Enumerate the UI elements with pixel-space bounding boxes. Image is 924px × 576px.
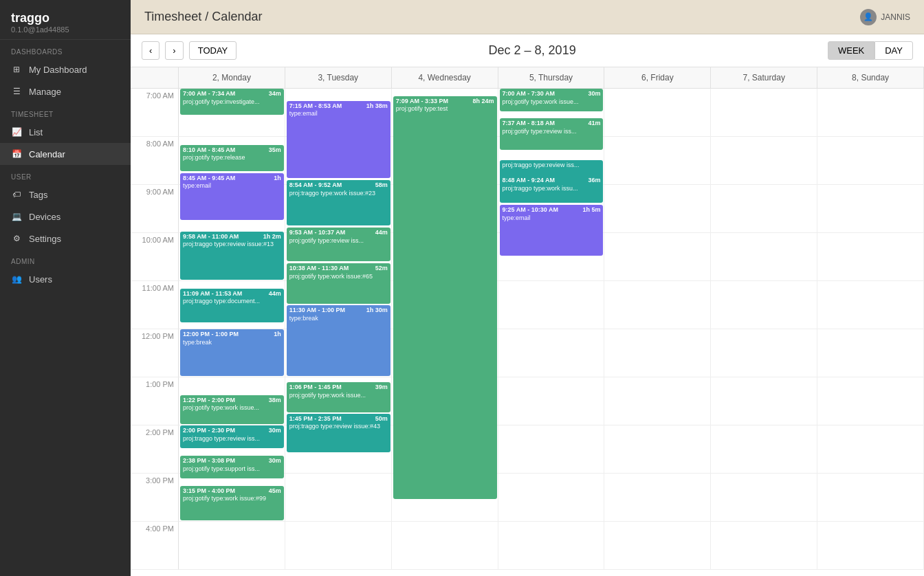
event-block[interactable]: 2:38 PM - 3:08 PM30m proj:gotify type:su… [180, 456, 284, 478]
sidebar-item-manage[interactable]: ☰ Manage [0, 80, 131, 102]
event-block[interactable]: 11:30 AM - 1:00 PM1h 30m type:break [287, 305, 390, 376]
time-label-6: 1:00 PM [131, 377, 179, 425]
day-cell-row7-col3 [498, 425, 605, 474]
event-block[interactable]: 7:00 AM - 7:34 AM34m proj:gotify type:in… [180, 89, 284, 115]
event-block[interactable]: 7:09 AM - 3:33 PM8h 24m proj:gotify type… [393, 96, 497, 499]
calendar-icon: 📅 [11, 148, 22, 159]
event-block[interactable]: 9:58 AM - 11:00 AM1h 2m proj:traggo type… [180, 232, 284, 280]
devices-icon: 💻 [11, 211, 22, 222]
week-view-button[interactable]: WEEK [828, 41, 874, 60]
day-header-5: 7, Saturday [711, 67, 817, 89]
prev-button[interactable]: ‹ [142, 41, 160, 60]
sidebar-item-calendar[interactable]: 📅 Calendar [0, 143, 131, 165]
username: JANNIS [881, 12, 910, 22]
day-cell-row8-col4 [604, 474, 711, 522]
day-cell-row9-col1 [285, 522, 392, 570]
event-block[interactable]: 1:06 PM - 1:45 PM39m proj:gotify type:wo… [287, 382, 390, 412]
dashboard-icon: ⊞ [11, 64, 22, 75]
time-label-2: 9:00 AM [131, 185, 179, 233]
day-cell-row7-col6 [817, 425, 924, 474]
day-cell-row4-col5 [711, 281, 817, 329]
event-block[interactable]: 10:38 AM - 11:30 AM52m proj:gotify type:… [287, 263, 390, 304]
event-block[interactable]: 3:15 PM - 4:00 PM45m proj:gotify type:wo… [180, 486, 284, 521]
time-header [131, 67, 179, 89]
time-label-1: 8:00 AM [131, 137, 179, 185]
calendar-grid-wrapper: 2, Monday3, Tuesday4, Wednesday5, Thursd… [131, 67, 924, 576]
day-cell-row5-col5 [711, 329, 817, 377]
day-cell-row4-col4 [604, 281, 711, 329]
main-content: Timesheet / Calendar 👤 JANNIS ‹ › TODAY … [131, 0, 924, 576]
sidebar-item-label: List [29, 127, 43, 137]
day-cell-row6-col3 [498, 377, 605, 425]
admin-section-label: Admin [0, 250, 131, 268]
day-header-0: 2, Monday [179, 67, 285, 89]
user-section-label: User [0, 165, 131, 184]
day-cell-row1-col5 [711, 137, 817, 185]
event-block[interactable]: 8:48 AM - 9:24 AM36m proj:traggo type:wo… [500, 175, 604, 203]
day-cell-row3-col5 [711, 233, 817, 281]
sidebar-item-label: Manage [29, 87, 61, 97]
today-button[interactable]: TODAY [189, 41, 237, 60]
day-cell-row0-col6 [817, 89, 924, 137]
event-block[interactable]: 9:53 AM - 10:37 AM44m proj:gotify type:r… [287, 228, 390, 261]
event-block[interactable]: 7:00 AM - 7:30 AM30m proj:gotify type:wo… [500, 89, 604, 111]
event-block[interactable]: 9:25 AM - 10:30 AM1h 5m type:email [500, 205, 604, 256]
day-cell-row9-col4 [604, 522, 711, 570]
event-block[interactable]: 7:15 AM - 8:53 AM1h 38m type:email [287, 101, 390, 178]
app-name: traggo [11, 11, 120, 25]
sidebar-item-settings[interactable]: ⚙ Settings [0, 228, 131, 250]
event-block[interactable]: 11:09 AM - 11:53 AM44m proj:traggo type:… [180, 289, 284, 322]
time-label-8: 3:00 PM [131, 474, 179, 522]
calendar-toolbar: ‹ › TODAY Dec 2 – 8, 2019 WEEK DAY [131, 34, 924, 67]
sidebar-item-my-dashboard[interactable]: ⊞ My Dashboard [0, 58, 131, 80]
app-version: 0.1.0@1ad44885 [11, 25, 120, 34]
sidebar-item-tags[interactable]: 🏷 Tags [0, 184, 131, 206]
next-button[interactable]: › [165, 41, 183, 60]
sidebar-item-label: Tags [29, 190, 47, 200]
event-block[interactable]: 1:22 PM - 2:00 PM38m proj:gotify type:wo… [180, 395, 284, 424]
day-cell-row9-col5 [711, 522, 817, 570]
day-cell-row2-col4 [604, 185, 711, 233]
topbar: Timesheet / Calendar 👤 JANNIS [131, 0, 924, 34]
sidebar-item-label: Calendar [29, 149, 65, 159]
day-cell-row4-col6 [817, 281, 924, 329]
day-header-2: 4, Wednesday [392, 67, 498, 89]
day-cell-row7-col5 [711, 425, 817, 474]
tags-icon: 🏷 [11, 189, 22, 200]
day-cell-row1-col4 [604, 137, 711, 185]
dashboards-section-label: Dashboards [0, 40, 131, 58]
day-cell-row5-col4 [604, 329, 711, 377]
list-icon: 📈 [11, 126, 22, 137]
time-label-7: 2:00 PM [131, 425, 179, 474]
day-cell-row4-col3 [498, 281, 605, 329]
sidebar-item-label: Users [29, 274, 52, 285]
day-header-6: 8, Sunday [817, 67, 924, 89]
sidebar-item-users[interactable]: 👥 Users [0, 268, 131, 290]
event-block[interactable]: 12:00 PM - 1:00 PM1h type:break [180, 329, 284, 376]
time-label-0: 7:00 AM [131, 89, 179, 137]
day-view-button[interactable]: DAY [874, 41, 913, 60]
day-cell-row9-col2 [392, 522, 498, 570]
day-cell-row3-col6 [817, 233, 924, 281]
sidebar-item-label: Devices [29, 212, 60, 222]
event-block[interactable]: 8:10 AM - 8:45 AM35m proj:gotify type:re… [180, 145, 284, 172]
time-label-4: 11:00 AM [131, 281, 179, 329]
manage-icon: ☰ [11, 86, 22, 97]
event-block[interactable]: 8:45 AM - 9:45 AM1h type:email [180, 173, 284, 220]
day-cell-row8-col6 [817, 474, 924, 522]
event-block[interactable]: 2:00 PM - 2:30 PM30m proj:traggo type:re… [180, 425, 284, 448]
sidebar: traggo 0.1.0@1ad44885 Dashboards ⊞ My Da… [0, 0, 131, 576]
time-label-5: 12:00 PM [131, 329, 179, 377]
sidebar-item-devices[interactable]: 💻 Devices [0, 206, 131, 228]
event-block[interactable]: 8:54 AM - 9:52 AM58m proj:traggo type:wo… [287, 180, 390, 225]
day-cell-row1-col6 [817, 137, 924, 185]
page-title: Timesheet / Calendar [144, 10, 262, 24]
event-block[interactable]: 1:45 PM - 2:35 PM50m proj:traggo type:re… [287, 414, 390, 452]
day-cell-row8-col5 [711, 474, 817, 522]
timesheet-section-label: Timesheet [0, 102, 131, 121]
sidebar-item-list[interactable]: 📈 List [0, 121, 131, 143]
event-block[interactable]: 7:37 AM - 8:18 AM41m proj:gotify type:re… [500, 118, 604, 150]
date-range: Dec 2 – 8, 2019 [242, 43, 822, 58]
day-cell-row5-col3 [498, 329, 605, 377]
day-cell-row9-col0 [179, 522, 285, 570]
